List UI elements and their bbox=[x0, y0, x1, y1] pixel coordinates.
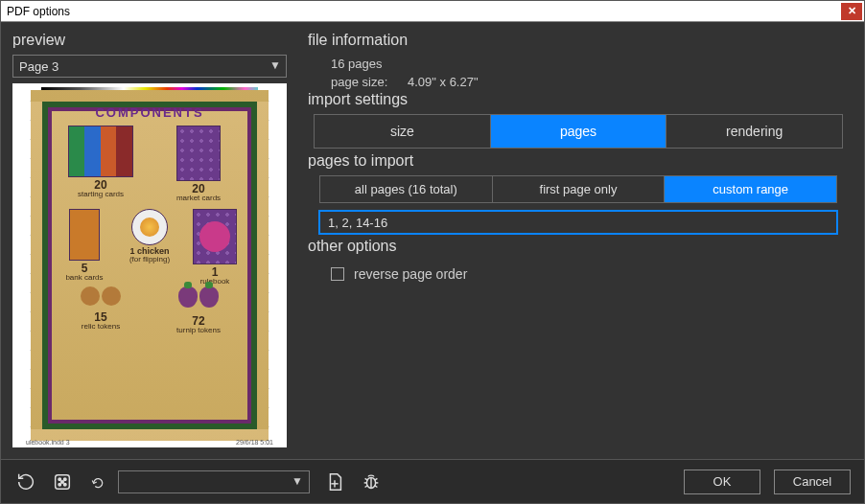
file-info-pages: 16 pages bbox=[331, 57, 383, 71]
opt-first-page[interactable]: first page only bbox=[493, 176, 666, 202]
title-bar: PDF options ✕ bbox=[1, 1, 864, 22]
cancel-button[interactable]: Cancel bbox=[774, 470, 851, 494]
preview-page: COMPONENTS 20 starting cards 20 market c… bbox=[31, 90, 269, 441]
svg-point-1 bbox=[58, 477, 61, 480]
recent-dropdown[interactable]: ▼ bbox=[118, 470, 310, 493]
preview-heading: preview bbox=[12, 32, 287, 49]
opt-custom-range[interactable]: custom range bbox=[665, 176, 836, 202]
footer-toolbar: ▼ OK Cancel bbox=[1, 459, 864, 503]
reset-icon[interactable] bbox=[14, 470, 37, 493]
pages-mode-group: all pages (16 total) first page only cus… bbox=[319, 175, 837, 203]
close-button[interactable]: ✕ bbox=[841, 3, 862, 20]
svg-line-12 bbox=[365, 478, 368, 480]
dice-icon[interactable] bbox=[51, 470, 74, 493]
add-page-icon[interactable] bbox=[323, 470, 346, 493]
doc-heading: COMPONENTS bbox=[42, 105, 257, 120]
svg-point-4 bbox=[63, 483, 66, 486]
bug-icon[interactable] bbox=[360, 470, 383, 493]
other-options-heading: other options bbox=[308, 238, 845, 255]
import-tabs: size pages rendering bbox=[314, 114, 843, 149]
doc-item: 72 turnip tokens bbox=[155, 286, 242, 335]
undo-icon[interactable] bbox=[87, 470, 105, 493]
reverse-order-checkbox[interactable] bbox=[331, 267, 344, 281]
doc-item: 1 rulebook bbox=[184, 209, 245, 286]
doc-item: 5 bank cards bbox=[54, 209, 115, 286]
file-info-heading: file information bbox=[308, 32, 845, 49]
doc-item: 20 market cards bbox=[155, 126, 242, 203]
pages-to-import-heading: pages to import bbox=[308, 152, 845, 170]
svg-point-2 bbox=[63, 477, 66, 480]
file-info-size-label: page size: bbox=[331, 75, 408, 89]
tab-pages[interactable]: pages bbox=[491, 115, 667, 148]
tab-size[interactable]: size bbox=[315, 115, 491, 148]
doc-item: 20 starting cards bbox=[58, 126, 144, 203]
preview-canvas: COMPONENTS 20 starting cards 20 market c… bbox=[12, 83, 287, 447]
tab-rendering[interactable]: rendering bbox=[666, 115, 842, 148]
chevron-down-icon: ▼ bbox=[292, 474, 303, 488]
ok-button[interactable]: OK bbox=[684, 470, 760, 494]
page-select[interactable]: Page 3 ▼ bbox=[12, 55, 287, 78]
pdf-options-dialog: PDF options ✕ preview Page 3 ▼ COMPONENT… bbox=[0, 0, 865, 504]
reverse-order-label: reverse page order bbox=[354, 266, 467, 282]
opt-all-pages[interactable]: all pages (16 total) bbox=[320, 176, 493, 202]
svg-point-5 bbox=[61, 480, 64, 483]
import-settings-heading: import settings bbox=[308, 91, 845, 108]
svg-line-13 bbox=[375, 478, 378, 480]
page-select-dropdown[interactable]: Page 3 bbox=[12, 55, 287, 78]
doc-item: 1 chicken (for flipping) bbox=[119, 209, 180, 286]
svg-point-3 bbox=[58, 483, 61, 486]
svg-line-15 bbox=[375, 485, 378, 487]
doc-item: 15 relic tokens bbox=[58, 286, 144, 335]
window-title: PDF options bbox=[1, 5, 841, 18]
file-info-size-value: 4.09" x 6.27" bbox=[408, 75, 479, 89]
preview-footer: ulebook.indd 3 29/6/18 5:01 bbox=[26, 439, 273, 446]
svg-line-14 bbox=[365, 485, 368, 487]
custom-range-input[interactable] bbox=[319, 211, 837, 234]
